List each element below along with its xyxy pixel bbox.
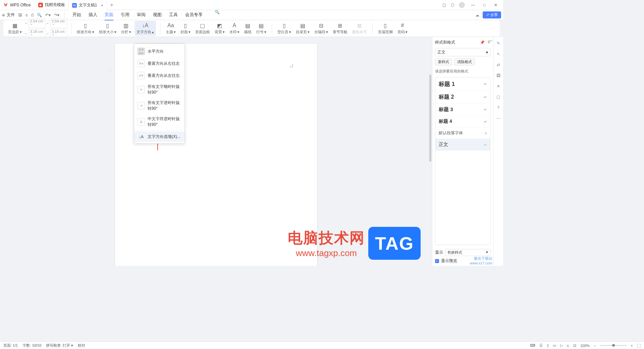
new-style-button[interactable]: 新样式 [435,58,452,65]
cursor-icon[interactable]: ↖ [497,52,500,56]
label: 主题 [166,30,173,35]
file-menu[interactable]: 文件 [7,12,15,18]
preview-icon[interactable]: 🔍 [37,13,42,17]
margin-top-input[interactable]: 2.54 cm ⌃ [29,18,45,28]
return-icon: ↵ [484,108,487,111]
pageno-icon: # [399,22,406,29]
label: 纸张方向 [77,30,92,35]
background-button[interactable]: ◩背景 ▾ [213,22,226,35]
tab-tools[interactable]: 工具 [169,10,178,20]
cloud-icon[interactable]: ☁ [475,13,479,17]
print-icon[interactable]: ⎙ [31,13,34,17]
image-icon[interactable]: 🖼 [496,73,500,78]
corner-text: 极光下载站 [470,256,492,261]
watermark-button[interactable]: A水印 ▾ [228,22,241,35]
edit-icon[interactable]: ✎ [497,41,500,46]
tab-modified-icon[interactable]: ● [101,3,103,7]
style-heading-4[interactable]: 标题 4↵ [435,116,490,128]
separator-button[interactable]: ⊟分隔符 ▾ [313,22,329,35]
clear-format-button[interactable]: 清除格式 [454,58,475,65]
drag-handle-icon[interactable]: ⋮⋮ [106,69,112,73]
preview-checkbox[interactable]: ✓ [435,259,439,263]
page-margin-button[interactable]: ▦ 页边距 ▾ [7,22,23,35]
search-icon[interactable]: 🔍 [215,10,220,20]
watermark-corner: 极光下载站 www.xz7.com [470,256,492,265]
orientation-icon: ▯ [82,22,89,29]
more-icon[interactable]: ⋯ [496,116,500,121]
display-select[interactable]: 有效样式▾ [445,249,490,256]
link-icon[interactable]: ⎋ [25,13,28,17]
dd-chinese-ccw[interactable]: 汉中文字符逆时针旋转90° [134,114,184,130]
watermark-title: 电脑技术网 [288,228,365,248]
margin-bottom-input[interactable]: 2.54 cm ⌃ [50,18,67,28]
toc-page-button[interactable]: ▤目录页 ▾ [294,22,311,35]
tools-icon[interactable]: ✕ [497,84,500,89]
tab-start[interactable]: 开始 [72,10,81,20]
header-footer-button[interactable]: ▯页眉页脚 [377,22,394,35]
border-icon: ▢ [199,22,206,29]
margin-top-icon: ⌐ [25,21,27,25]
dd-rotate-ccw[interactable]: ↺所有文字逆时针旋转90° [134,98,184,114]
page-number-button[interactable]: #页码 ▾ [396,22,409,35]
style-body[interactable]: 正文↵ [435,139,490,151]
current-style-select[interactable]: 正文▾ [435,48,490,56]
reader-mode-icon[interactable]: ▢ [442,3,446,7]
chapter-nav-button[interactable]: ⊞章节导航 [331,22,349,35]
maximize-button[interactable]: □ [481,3,488,7]
page-border-button[interactable]: ▢页面边框 [194,22,211,35]
tab-page[interactable]: 页面 [105,10,113,20]
dd-rotate-cw[interactable]: ↻所有文字顺时针旋转90° [134,82,184,98]
panel-title: 样式和格式 [435,40,455,45]
text-direction-button[interactable]: ↓A文字方向 ▴ [135,21,156,36]
undo-icon[interactable]: ↶▾ [45,13,51,17]
paper-icon: ▤ [245,22,251,29]
dd-vertical-ltr[interactable]: A字垂直方向从左往右 [134,69,184,82]
pin-icon[interactable]: 📌 [480,40,485,45]
cn-icon: 汉 [138,118,145,126]
redo-icon[interactable]: ↷▾ [54,13,59,17]
vertical-scrollbar[interactable] [429,74,432,258]
style-heading-3[interactable]: 标题 3↵ [435,104,490,116]
tab-templates[interactable]: ◆ 找稻壳模板 [35,0,69,10]
vltr-icon: A字 [138,72,145,79]
hamburger-icon[interactable]: ≡ [2,12,5,18]
tab-document[interactable]: W 文字文稿1 ● [69,0,107,10]
label: 页边距 [8,30,19,35]
close-button[interactable]: ✕ [492,3,499,7]
preview-label: 显示预览 [441,258,457,264]
share-button[interactable]: ↗ 分享 [483,11,501,18]
return-icon: ↵ [484,120,487,123]
tab-review[interactable]: 审阅 [137,10,146,20]
page[interactable]: ⋮⋮ 文字ABC水平方向 字A垂直方向从右往左 A字垂直方向从左往右 ↻所有文字… [115,44,317,266]
line-number-button[interactable]: ▤行号 ▾ [255,22,268,35]
style-default-font[interactable]: 默认段落字体a [435,128,490,139]
help-icon[interactable]: ? [497,105,499,110]
cover-button[interactable]: ▯封面 ▾ [179,22,192,35]
tab-reference[interactable]: 引用 [121,10,129,20]
tab-add-button[interactable]: + [107,2,117,8]
columns-button[interactable]: ▥分栏 ▾ [120,22,132,35]
minimize-button[interactable]: — [470,3,476,7]
tab-view[interactable]: 视图 [153,10,162,20]
paper-size-button[interactable]: ▯纸张大小 ▾ [98,22,118,35]
break-icon: ⊟ [318,22,324,29]
apps-icon[interactable]: ⬡ [451,3,454,7]
swap-icon[interactable]: ⇄ [497,62,500,67]
dd-options[interactable]: ↓A文字方向选项(X)... [134,132,184,142]
tab-insert[interactable]: 插入 [89,10,97,20]
collapse-panel-button[interactable]: — [488,38,493,43]
theme-button[interactable]: Aa主题 ▾ [164,22,177,35]
save-icon[interactable]: 🖫 [18,13,22,17]
dd-vertical-rtl[interactable]: 字A垂直方向从右往左 [134,57,184,69]
tab-member[interactable]: 会员专享 [185,10,203,20]
book-icon[interactable]: ▢ [496,95,500,99]
style-heading-2[interactable]: 标题 2↵ [435,91,490,104]
avatar-icon[interactable] [459,2,465,8]
style-heading-1[interactable]: 标题 1↵ [435,78,490,91]
chevron-down-icon: ▾ [486,50,488,55]
dd-horizontal[interactable]: 文字ABC水平方向 [134,45,184,57]
scrollbar-thumb[interactable] [429,74,431,162]
paper-direction-button[interactable]: ▯纸张方向 ▾ [75,22,96,35]
blank-page-button[interactable]: ▯空白页 ▾ [276,22,292,35]
writing-paper-button[interactable]: ▤稿纸 [243,22,253,35]
